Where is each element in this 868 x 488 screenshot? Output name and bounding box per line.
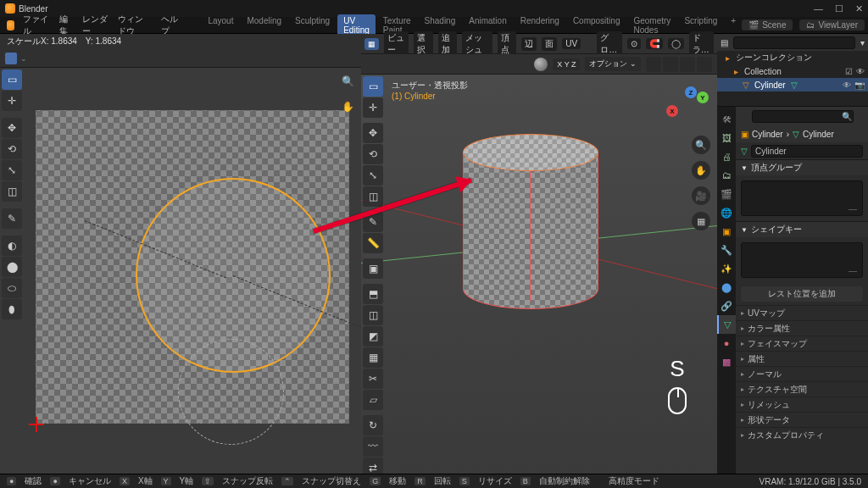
zoom-icon[interactable]: 🔍	[692, 136, 710, 154]
shading-wireframe[interactable]	[646, 57, 661, 72]
tab-geometry-nodes[interactable]: Geometry Nodes	[627, 14, 676, 36]
menu-face[interactable]: 面	[542, 37, 557, 51]
vp-tool-scale[interactable]: ⤡	[363, 165, 383, 186]
uv-tool-select-box[interactable]: ▭	[2, 69, 22, 90]
gizmo-x-icon[interactable]: X	[666, 105, 678, 117]
crumb-data[interactable]: Cylinder	[803, 130, 834, 139]
scene-selector[interactable]: 🎬 Scene	[742, 19, 793, 30]
outliner-collection-row[interactable]: ▸ Collection ☑👁	[717, 64, 868, 78]
vp-tool-spin[interactable]: ↻	[363, 415, 383, 435]
proptab-output[interactable]: 🖨	[717, 147, 736, 166]
vp-tool-extrude[interactable]: ⬒	[363, 284, 383, 304]
proptab-tool[interactable]: 🛠	[717, 110, 736, 129]
uv-tool-rotate[interactable]: ⟲	[2, 139, 22, 159]
proptab-physics[interactable]: ⬤	[717, 278, 736, 297]
panel-custom-props[interactable]: ▸カスタムプロパティ	[736, 427, 868, 442]
data-name-field[interactable]: Cylinder	[751, 145, 863, 158]
tab-uv-editing[interactable]: UV Editing	[337, 14, 376, 36]
proptab-material[interactable]: ●	[717, 334, 736, 352]
minimize-button[interactable]: —	[814, 3, 823, 14]
panel-header-vgroups[interactable]: ▼頂点グループ	[736, 160, 868, 175]
gizmo-z-icon[interactable]: Z	[685, 86, 697, 98]
outliner-scene-row[interactable]: ▸ シーンコレクション	[717, 51, 868, 64]
proptab-constraints[interactable]: 🔗	[717, 297, 736, 315]
collection-exclude-toggle[interactable]: ☑	[845, 67, 853, 76]
panel-color-attributes[interactable]: ▸カラー属性	[736, 320, 868, 336]
panel-texture-space[interactable]: ▸テクスチャ空間	[736, 381, 868, 396]
uv-image-dropdown-icon[interactable]: ⌄	[20, 54, 27, 63]
outliner-search[interactable]	[733, 36, 855, 49]
panel-face-maps[interactable]: ▸フェイスマップ	[736, 336, 868, 351]
vp-tool-transform[interactable]: ◫	[363, 186, 383, 207]
add-rest-position-button[interactable]: レスト位置を追加	[741, 286, 863, 302]
panel-uvmaps[interactable]: ▸UVマップ	[736, 305, 868, 320]
mirror-axes[interactable]: X Y Z	[553, 58, 580, 70]
navigation-gizmo[interactable]: X Y Z	[666, 86, 709, 129]
proptab-world[interactable]: 🌐	[717, 203, 736, 222]
vp-tool-polybuild[interactable]: ▱	[363, 390, 383, 410]
vp-tool-knife[interactable]: ✂	[363, 369, 383, 389]
panel-remesh[interactable]: ▸リメッシュ	[736, 396, 868, 412]
vp-tool-rotate[interactable]: ⟲	[363, 144, 383, 164]
camera-view-icon[interactable]: 🎥	[692, 186, 710, 205]
orientation-dropdown[interactable]: グロ…	[597, 31, 621, 57]
uv-tool-scale[interactable]: ⤡	[2, 160, 22, 180]
panel-header-shapekeys[interactable]: ▼シェイプキー	[736, 222, 868, 237]
proptab-modifiers[interactable]: 🔧	[717, 241, 736, 259]
cylinder-object[interactable]	[463, 134, 598, 329]
properties-search[interactable]	[752, 110, 854, 123]
viewport-canvas[interactable]: ▭ ✛ ✥ ⟲ ⤡ ◫ ✎ 📏 ▣ ⬒ ◫ ◩ ▦ ✂ ▱ ↻	[361, 75, 717, 474]
snap-toggle[interactable]: 🧲	[646, 38, 663, 49]
uv-tool-move[interactable]: ✥	[2, 118, 22, 138]
vp-tool-bevel[interactable]: ◩	[363, 326, 383, 347]
menu-vertex[interactable]: 頂点	[498, 31, 516, 57]
menu-view[interactable]: ビュー	[384, 31, 409, 57]
vp-tool-loopcut[interactable]: ▦	[363, 347, 383, 368]
vp-tool-measure[interactable]: 📏	[363, 233, 383, 253]
pivot-dropdown[interactable]: ⊙	[627, 38, 641, 49]
uv-2d-cursor-icon[interactable]	[29, 417, 44, 432]
proptab-data[interactable]: ▽	[717, 315, 736, 334]
viewlayer-selector[interactable]: 🗂 ViewLayer	[799, 19, 865, 30]
uv-tool-pinch[interactable]: ⬮	[2, 299, 22, 319]
close-button[interactable]: ✕	[855, 3, 863, 14]
vp-tool-move[interactable]: ✥	[363, 123, 383, 143]
gizmo-y-icon[interactable]: Y	[697, 92, 709, 103]
shading-rendered[interactable]	[697, 57, 712, 72]
shading-matcap-icon[interactable]	[534, 58, 548, 71]
proptab-viewlayer[interactable]: 🗂	[717, 166, 736, 185]
collection-vis-toggle[interactable]: 👁	[856, 67, 865, 76]
uv-canvas[interactable]: ▭ ✛ ✥ ⟲ ⤡ ◫ ✎ ◐ ⬤ ⬭ ⬮ 🔍 ✋	[0, 68, 361, 474]
uv-zoom-icon[interactable]: 🔍	[337, 71, 358, 92]
uv-tool-cursor[interactable]: ✛	[2, 91, 22, 111]
outliner-editor-icon[interactable]: ▤	[721, 38, 728, 47]
menu-uv[interactable]: UV	[562, 38, 581, 49]
maximize-button[interactable]: ☐	[835, 3, 843, 14]
crumb-object[interactable]: Cylinder	[752, 130, 783, 139]
uv-tool-rip[interactable]: ◐	[2, 236, 22, 256]
shapekeys-list[interactable]	[741, 242, 863, 278]
perspective-toggle-icon[interactable]: ▦	[692, 212, 710, 230]
proptab-render[interactable]: 🖼	[717, 129, 736, 147]
menu-add[interactable]: 追加	[438, 31, 457, 57]
proptab-scene[interactable]: 🎬	[717, 185, 736, 203]
vp-tool-inset[interactable]: ◫	[363, 305, 383, 325]
proptab-texture[interactable]: ▩	[717, 352, 736, 371]
uv-tool-transform[interactable]: ◫	[2, 181, 22, 202]
vp-tool-smooth[interactable]: 〰	[363, 436, 383, 457]
vp-tool-edgeslide[interactable]: ⇄	[363, 458, 383, 474]
panel-geometry-data[interactable]: ▸形状データ	[736, 412, 868, 427]
vp-tool-select-box[interactable]: ▭	[363, 76, 383, 97]
proptab-particles[interactable]: ✨	[717, 259, 736, 278]
vgroups-list[interactable]	[741, 180, 863, 216]
tab-modeling[interactable]: Modeling	[241, 14, 287, 36]
uv-tool-grab[interactable]: ⬤	[2, 257, 22, 277]
blender-menu-icon[interactable]	[7, 20, 14, 30]
uv-image-slot-icon[interactable]	[5, 53, 17, 64]
pan-icon[interactable]: ✋	[692, 161, 710, 180]
outliner-item-cylinder[interactable]: ▽ Cylinder ▽ 👁 📷	[717, 78, 868, 92]
panel-attributes[interactable]: ▸属性	[736, 351, 868, 366]
tab-layout[interactable]: Layout	[202, 14, 239, 36]
proptab-object[interactable]: ▣	[717, 222, 736, 241]
options-dropdown[interactable]: オプション ⌄	[585, 57, 641, 71]
